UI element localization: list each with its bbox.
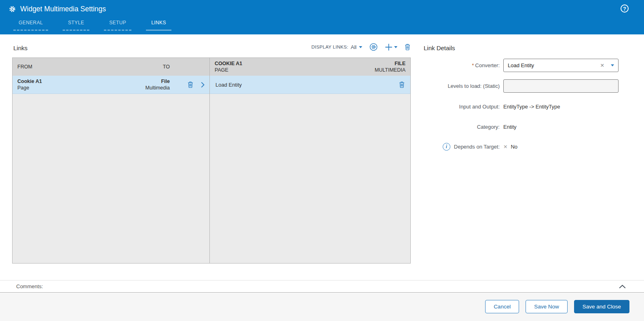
trash-icon: [188, 81, 193, 88]
links-table: FROM TO Cookie A1 Page File Multimedia: [12, 57, 411, 264]
link-settings-button[interactable]: [370, 43, 378, 51]
plus-icon: [385, 43, 393, 51]
column-header-from: FROM: [17, 64, 94, 70]
link-to-cell: File Multimedia: [94, 78, 170, 91]
help-glyph: ?: [623, 6, 626, 12]
display-links-dropdown[interactable]: DISPLAY LINKS: All: [311, 44, 362, 50]
converters-header-to-type: MULTIMEDIA: [375, 67, 405, 73]
converter-selected-value: Load Entity: [508, 62, 534, 68]
gear-icon: [9, 6, 16, 13]
category-row: Category: Entity: [424, 121, 623, 132]
input-output-label: Input and Output:: [424, 104, 503, 110]
converters-header-from: COOKIE A1 PAGE: [215, 60, 242, 73]
widget-settings-dialog: Widget Multimedia Settings ? GENERAL STY…: [0, 0, 644, 321]
cross-icon: ✕: [503, 144, 507, 150]
link-from-cell: Cookie A1 Page: [17, 78, 94, 91]
from-to-header-row: FROM TO: [13, 58, 209, 76]
converters-header-from-name: COOKIE A1: [215, 61, 242, 66]
converter-label-text: Converter:: [475, 62, 500, 68]
converters-header-row: COOKIE A1 PAGE FILE MULTIMEDIA: [210, 58, 410, 76]
converter-row-label: Load Entity: [215, 82, 242, 88]
column-header-to: TO: [94, 64, 170, 70]
depends-on-target-row: i Depends on Target: ✕ No: [424, 141, 623, 152]
title-row: Widget Multimedia Settings: [0, 0, 644, 13]
dialog-footer: Cancel Save Now Save and Close: [0, 293, 644, 321]
dialog-header: Widget Multimedia Settings ? GENERAL STY…: [0, 0, 644, 34]
add-link-button[interactable]: [385, 43, 397, 51]
links-toolbar: DISPLAY LINKS: All: [297, 41, 410, 53]
trash-icon: [399, 81, 405, 88]
comments-label: Comments:: [16, 283, 43, 289]
chevron-up-icon: [619, 285, 626, 289]
link-from-type: Page: [17, 85, 29, 91]
display-links-label: DISPLAY LINKS:: [311, 45, 348, 49]
save-and-close-button[interactable]: Save and Close: [574, 300, 629, 313]
levels-to-load-input[interactable]: [503, 79, 619, 93]
links-converters-panel: COOKIE A1 PAGE FILE MULTIMEDIA Load Enti…: [210, 58, 410, 263]
delete-links-button[interactable]: [405, 44, 410, 50]
trash-icon: [405, 44, 410, 50]
tab-general[interactable]: GENERAL: [13, 19, 48, 31]
converter-select-controls: ✕: [600, 62, 614, 68]
tab-style[interactable]: STYLE: [63, 19, 89, 31]
category-value: Entity: [503, 124, 517, 130]
link-row-actions: [170, 81, 205, 88]
levels-field-row: Levels to load: (Static): [424, 79, 623, 93]
converters-header-to-name: FILE: [395, 61, 405, 66]
links-from-to-panel: FROM TO Cookie A1 Page File Multimedia: [13, 58, 210, 263]
converters-header-to: FILE MULTIMEDIA: [375, 60, 405, 73]
info-icon[interactable]: i: [443, 143, 450, 151]
input-output-value: EntityType -> EntityType: [503, 104, 560, 110]
depends-label-wrap: i Depends on Target:: [424, 143, 503, 151]
chevron-down-icon: [359, 46, 362, 48]
link-details-title: Link Details: [424, 45, 455, 51]
depends-value-wrap: ✕ No: [503, 144, 517, 150]
chevron-down-icon[interactable]: [611, 64, 614, 66]
chevron-down-icon: [394, 46, 397, 48]
chevron-right-icon: [201, 82, 205, 88]
display-links-value: All: [351, 44, 357, 50]
link-row[interactable]: Cookie A1 Page File Multimedia: [13, 76, 209, 94]
info-glyph: i: [446, 144, 447, 149]
converter-row[interactable]: Load Entity: [210, 76, 410, 94]
delete-link-row-button[interactable]: [188, 81, 193, 88]
category-label: Category:: [424, 124, 503, 130]
input-output-row: Input and Output: EntityType -> EntityTy…: [424, 101, 623, 112]
required-marker: *: [472, 62, 474, 68]
links-section-title: Links: [13, 45, 27, 51]
converters-header-from-type: PAGE: [215, 67, 228, 73]
expand-link-row-button[interactable]: [201, 82, 205, 88]
tab-setup[interactable]: SETUP: [104, 19, 131, 31]
help-icon[interactable]: ?: [621, 4, 629, 13]
comments-bar: Comments:: [0, 280, 644, 293]
depends-label: Depends on Target:: [454, 144, 500, 150]
converter-label: *Converter:: [424, 62, 503, 68]
depends-value: No: [511, 144, 517, 150]
link-to-name: File: [161, 79, 170, 84]
levels-label: Levels to load: (Static): [424, 83, 503, 89]
save-now-button[interactable]: Save Now: [526, 300, 568, 313]
link-to-type: Multimedia: [146, 85, 170, 91]
clear-icon[interactable]: ✕: [600, 62, 604, 68]
dialog-title: Widget Multimedia Settings: [20, 5, 106, 13]
delete-converter-button[interactable]: [399, 81, 405, 88]
cancel-button[interactable]: Cancel: [485, 300, 519, 313]
tab-links[interactable]: LINKS: [146, 19, 171, 31]
converter-field-row: *Converter: Load Entity ✕: [424, 59, 623, 72]
link-from-name: Cookie A1: [17, 79, 42, 84]
gear-circle-icon: [370, 43, 378, 51]
converter-select[interactable]: Load Entity ✕: [503, 59, 619, 72]
tab-bar: GENERAL STYLE SETUP LINKS: [13, 19, 186, 31]
collapse-comments-button[interactable]: [619, 285, 626, 289]
